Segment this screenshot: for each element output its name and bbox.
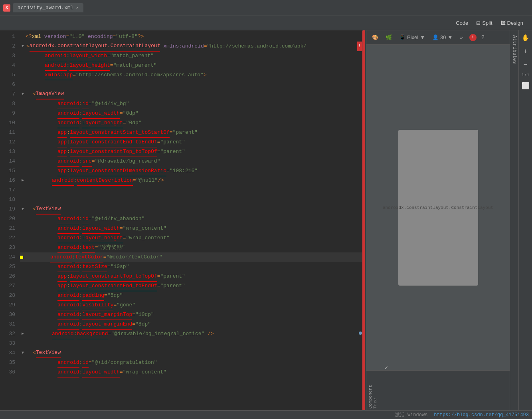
ln-23: 23 (0, 243, 15, 252)
hand-tool-button[interactable]: ✋ (520, 32, 531, 43)
ln-32: 32 (0, 329, 15, 339)
title-bar: X activity_award.xml × (0, 0, 532, 16)
zoom-ratio-display: 1:1 (522, 73, 530, 77)
fold-button-34[interactable]: ▼ (20, 350, 26, 356)
code-line-24: android:textColor="@color/textColor" (20, 252, 362, 262)
code-line-36: android:layout_width="wrap_content" (20, 367, 362, 377)
code-line-6 (20, 80, 362, 89)
code-line-21: android:layout_width="wrap_content" (20, 224, 362, 233)
device-selector-btn[interactable]: 📱 Pixel ▼ (397, 34, 427, 41)
ln-35: 35 (0, 358, 15, 367)
code-line-9: android:layout_width="0dp" (20, 109, 362, 118)
split-mode-button[interactable]: ⊟ Split (472, 18, 496, 28)
code-line-12: app:layout_constraintEnd_toEndOf="parent… (20, 137, 362, 147)
design-mode-button[interactable]: 🖼 Design (496, 18, 527, 28)
code-mode-button[interactable]: Code (452, 18, 472, 28)
code-line-19: ▼ <TextView (20, 205, 362, 214)
fold-button-16[interactable]: ▶ (20, 178, 26, 183)
attributes-tab[interactable]: Attributes (510, 32, 519, 67)
ln-26: 26 (0, 272, 15, 281)
scroll-thumb[interactable] (362, 30, 365, 410)
ln-4: 4 (0, 61, 15, 70)
code-line-8: android:id="@+id/iv_bg" (20, 99, 362, 109)
ln-10: 10 (0, 118, 15, 128)
code-line-22: android:layout_height="wrap_content" (20, 233, 362, 243)
ln-18: 18 (0, 195, 15, 205)
screen-icon: ⬜ (522, 82, 530, 89)
code-line-14: android:src="@drawable/bg_reward" (20, 157, 362, 166)
tab-close-button[interactable]: × (76, 6, 79, 10)
code-line-13: app:layout_constraintTop_toTopOf="parent… (20, 147, 362, 157)
fold-button-2[interactable]: ▼ (20, 44, 26, 49)
person-icon: 👤 (432, 34, 439, 40)
ln-7: 7 (0, 89, 15, 99)
editor-scrollbar[interactable] (362, 30, 366, 410)
code-line-2: ▼ <androidx.constraintlayout.ConstraintL… (20, 42, 362, 51)
ln-3: 3 (0, 51, 15, 61)
ln-36: 36 (0, 367, 15, 377)
code-content-area: <?xml version="1.0" encoding="utf-8"?> ▼… (20, 30, 362, 410)
code-line-27: app:layout_constraintEnd_toEndOf="parent… (20, 281, 362, 291)
ln-15: 15 (0, 166, 15, 176)
ln-16: 16 (0, 176, 15, 185)
code-line-4: android:layout_height="match_parent" (20, 61, 362, 70)
code-line-26: app:layout_constraintTop_toTopOf="parent… (20, 272, 362, 281)
code-line-23: android:text="放弃奖励" (20, 243, 362, 252)
code-line-18 (20, 195, 362, 205)
collapse-arrow-icon[interactable]: ↙ (384, 363, 388, 371)
component-tree-toggle-btn[interactable]: 🌿 (383, 34, 394, 41)
error-badge: ! (469, 34, 477, 41)
ln-2: 2 (0, 42, 15, 51)
fold-button-7[interactable]: ▼ (20, 91, 26, 97)
zoom-selector-btn[interactable]: 👤 30 ▼ (430, 34, 455, 41)
ln-27: 27 (0, 281, 15, 291)
ln-31: 31 (0, 320, 15, 329)
fold-button-19[interactable]: ▼ (20, 207, 26, 212)
ln-21: 21 (0, 224, 15, 233)
more-options-btn[interactable]: » (457, 34, 465, 41)
split-icon: ⊟ (476, 20, 481, 26)
code-line-31: android:layout_marginEnd="8dp" (20, 320, 362, 329)
help-icon[interactable]: ? (481, 34, 485, 41)
minus-icon: − (524, 61, 527, 68)
editor-toolbar: Code ⊟ Split 🖼 Design (0, 16, 532, 30)
design-preview: androidx.constraintlayout.ConstraintLayo… (366, 45, 510, 370)
ln-5: 5 (0, 70, 15, 80)
ln-11: 11 (0, 128, 15, 137)
code-line-16: ▶ android:contentDescription="@null"/> (20, 176, 362, 185)
zoom-out-button[interactable]: − (520, 59, 531, 70)
file-tab[interactable]: activity_award.xml × (13, 3, 83, 12)
ln-34: 34 (0, 348, 15, 358)
component-tree-area: Component Tree ↙ (366, 370, 510, 410)
status-url[interactable]: https://blog.csdn.net/qq_41751493 (434, 412, 529, 418)
fold-button-32[interactable]: ▶ (20, 331, 26, 337)
ln-25: 25 (0, 262, 15, 272)
status-bar: 激活 Windows https://blog.csdn.net/qq_4175… (0, 410, 532, 419)
main-area: 1 2 3 4 5 6 7 8 9 10 11 12 13 14 15 16 1… (0, 30, 532, 410)
fit-screen-button[interactable]: ⬜ (520, 80, 531, 91)
line-numbers: 1 2 3 4 5 6 7 8 9 10 11 12 13 14 15 16 1… (0, 30, 20, 410)
palette-toggle-btn[interactable]: 🎨 (370, 34, 381, 41)
ln-6: 6 (0, 80, 15, 89)
hand-icon: ✋ (522, 34, 530, 42)
code-line-10: android:layout_height="0dp" (20, 118, 362, 128)
code-line-29: android:visibility="gone" (20, 300, 362, 310)
right-panel: 🎨 🌿 📱 Pixel ▼ 👤 30 ▼ » ! ? androidx.cons… (366, 30, 510, 410)
code-line-35: android:id="@+id/congratulation" (20, 358, 362, 367)
code-editor[interactable]: 1 2 3 4 5 6 7 8 9 10 11 12 13 14 15 16 1… (0, 30, 366, 410)
ln-28: 28 (0, 291, 15, 300)
code-line-17 (20, 185, 362, 195)
ln-19: 19 (0, 205, 15, 214)
code-line-25: android:textSize="10sp" (20, 262, 362, 272)
component-tree-label: Component Tree (366, 371, 379, 410)
tab-filename: activity_award.xml (18, 5, 73, 11)
zoom-in-button[interactable]: + (520, 46, 531, 57)
code-line-34: ▼ <TextView (20, 348, 362, 358)
code-line-5: xmlns:app="http://schemas.android.com/ap… (20, 70, 362, 80)
code-line-32: ▶ android:background="@drawable/bg_integ… (20, 329, 362, 339)
chevron-down-icon-2: ▼ (448, 34, 453, 40)
code-line-3: android:layout_width="match_parent" (20, 51, 362, 61)
ln-9: 9 (0, 109, 15, 118)
palette-icon: 🎨 (372, 34, 378, 40)
right-panel-toolbar: 🎨 🌿 📱 Pixel ▼ 👤 30 ▼ » ! ? (366, 30, 510, 45)
